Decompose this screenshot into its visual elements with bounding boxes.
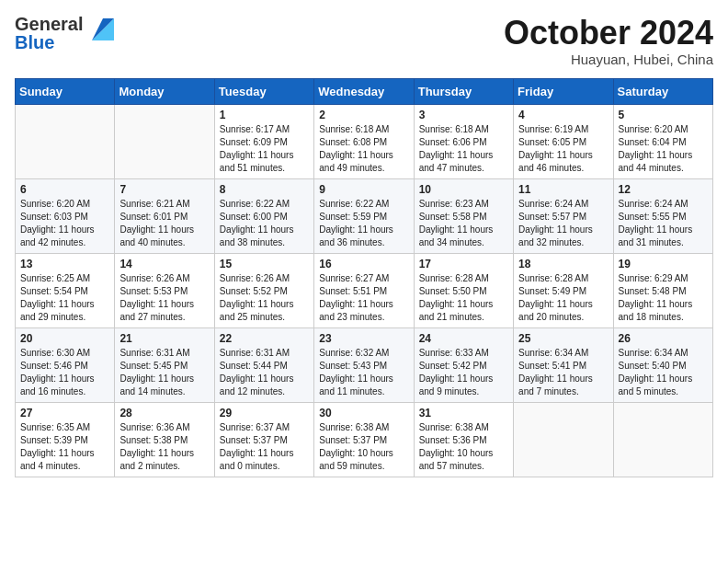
weekday-row: SundayMondayTuesdayWednesdayThursdayFrid… xyxy=(16,78,713,104)
day-number: 14 xyxy=(119,258,209,270)
calendar-header: SundayMondayTuesdayWednesdayThursdayFrid… xyxy=(16,78,713,104)
calendar-cell: 12Sunrise: 6:24 AMSunset: 5:55 PMDayligh… xyxy=(613,178,712,253)
calendar-cell: 24Sunrise: 6:33 AMSunset: 5:42 PMDayligh… xyxy=(414,327,513,402)
cell-info: Sunrise: 6:22 AMSunset: 6:00 PMDaylight:… xyxy=(220,198,309,249)
day-number: 26 xyxy=(619,332,708,345)
day-number: 30 xyxy=(319,407,408,419)
day-number: 17 xyxy=(419,258,508,270)
day-number: 23 xyxy=(319,332,408,345)
cell-info: Sunrise: 6:29 AMSunset: 5:48 PMDaylight:… xyxy=(619,272,708,324)
cell-info: Sunrise: 6:28 AMSunset: 5:50 PMDaylight:… xyxy=(419,272,508,324)
cell-info: Sunrise: 6:18 AMSunset: 6:08 PMDaylight:… xyxy=(319,123,408,175)
calendar-cell: 14Sunrise: 6:26 AMSunset: 5:53 PMDayligh… xyxy=(115,253,214,327)
day-number: 20 xyxy=(20,332,109,345)
day-number: 8 xyxy=(220,183,309,196)
cell-info: Sunrise: 6:24 AMSunset: 5:57 PMDaylight:… xyxy=(518,198,608,249)
calendar-table: SundayMondayTuesdayWednesdayThursdayFrid… xyxy=(15,78,713,477)
cell-info: Sunrise: 6:22 AMSunset: 5:59 PMDaylight:… xyxy=(319,198,408,249)
cell-info: Sunrise: 6:28 AMSunset: 5:49 PMDaylight:… xyxy=(518,272,608,324)
cell-info: Sunrise: 6:24 AMSunset: 5:55 PMDaylight:… xyxy=(619,198,708,249)
calendar-cell: 4Sunrise: 6:19 AMSunset: 6:05 PMDaylight… xyxy=(514,104,613,178)
cell-info: Sunrise: 6:20 AMSunset: 6:03 PMDaylight:… xyxy=(20,198,109,249)
cell-info: Sunrise: 6:23 AMSunset: 5:58 PMDaylight:… xyxy=(419,198,508,249)
calendar-week-5: 27Sunrise: 6:35 AMSunset: 5:39 PMDayligh… xyxy=(16,402,713,477)
day-number: 16 xyxy=(319,258,408,270)
calendar-cell: 19Sunrise: 6:29 AMSunset: 5:48 PMDayligh… xyxy=(613,253,712,327)
cell-info: Sunrise: 6:38 AMSunset: 5:36 PMDaylight:… xyxy=(419,421,508,473)
cell-info: Sunrise: 6:18 AMSunset: 6:06 PMDaylight:… xyxy=(419,123,508,175)
cell-info: Sunrise: 6:21 AMSunset: 6:01 PMDaylight:… xyxy=(119,198,209,249)
calendar-cell: 10Sunrise: 6:23 AMSunset: 5:58 PMDayligh… xyxy=(414,178,513,253)
calendar-body: 1Sunrise: 6:17 AMSunset: 6:09 PMDaylight… xyxy=(16,104,713,477)
day-number: 25 xyxy=(518,332,608,345)
cell-info: Sunrise: 6:32 AMSunset: 5:43 PMDaylight:… xyxy=(319,347,408,398)
cell-info: Sunrise: 6:26 AMSunset: 5:53 PMDaylight:… xyxy=(119,272,209,324)
month-title: October 2024 xyxy=(504,15,713,52)
calendar-week-2: 6Sunrise: 6:20 AMSunset: 6:03 PMDaylight… xyxy=(16,178,713,253)
day-number: 7 xyxy=(119,183,209,196)
weekday-header-saturday: Saturday xyxy=(613,78,712,104)
calendar-cell xyxy=(115,104,214,178)
cell-info: Sunrise: 6:25 AMSunset: 5:54 PMDaylight:… xyxy=(20,272,109,324)
brand-text: General Blue xyxy=(15,15,83,52)
weekday-header-tuesday: Tuesday xyxy=(214,78,313,104)
brand-general: General xyxy=(15,15,83,33)
cell-info: Sunrise: 6:20 AMSunset: 6:04 PMDaylight:… xyxy=(619,123,708,175)
calendar-cell xyxy=(613,402,712,477)
day-number: 31 xyxy=(419,407,508,419)
cell-info: Sunrise: 6:35 AMSunset: 5:39 PMDaylight:… xyxy=(20,421,109,473)
day-number: 12 xyxy=(619,183,708,196)
logo-icon xyxy=(85,15,114,44)
weekday-header-friday: Friday xyxy=(514,78,613,104)
calendar-cell: 30Sunrise: 6:38 AMSunset: 5:37 PMDayligh… xyxy=(314,402,414,477)
day-number: 29 xyxy=(220,407,309,419)
day-number: 24 xyxy=(419,332,508,345)
calendar-week-3: 13Sunrise: 6:25 AMSunset: 5:54 PMDayligh… xyxy=(16,253,713,327)
cell-info: Sunrise: 6:34 AMSunset: 5:40 PMDaylight:… xyxy=(619,347,708,398)
page-header: General Blue October 2024 Huayuan, Hubei… xyxy=(15,15,713,67)
cell-info: Sunrise: 6:19 AMSunset: 6:05 PMDaylight:… xyxy=(518,123,608,175)
calendar-cell: 9Sunrise: 6:22 AMSunset: 5:59 PMDaylight… xyxy=(314,178,414,253)
cell-info: Sunrise: 6:34 AMSunset: 5:41 PMDaylight:… xyxy=(518,347,608,398)
day-number: 11 xyxy=(518,183,608,196)
calendar-cell: 25Sunrise: 6:34 AMSunset: 5:41 PMDayligh… xyxy=(514,327,613,402)
cell-info: Sunrise: 6:26 AMSunset: 5:52 PMDaylight:… xyxy=(220,272,309,324)
day-number: 21 xyxy=(119,332,209,345)
calendar-cell: 8Sunrise: 6:22 AMSunset: 6:00 PMDaylight… xyxy=(214,178,313,253)
calendar-cell: 7Sunrise: 6:21 AMSunset: 6:01 PMDaylight… xyxy=(115,178,214,253)
day-number: 13 xyxy=(20,258,109,270)
day-number: 2 xyxy=(319,109,408,121)
calendar-cell: 29Sunrise: 6:37 AMSunset: 5:37 PMDayligh… xyxy=(214,402,313,477)
cell-info: Sunrise: 6:37 AMSunset: 5:37 PMDaylight:… xyxy=(220,421,309,473)
day-number: 10 xyxy=(419,183,508,196)
title-block: October 2024 Huayuan, Hubei, China xyxy=(504,15,713,67)
day-number: 9 xyxy=(319,183,408,196)
day-number: 19 xyxy=(619,258,708,270)
calendar-week-4: 20Sunrise: 6:30 AMSunset: 5:46 PMDayligh… xyxy=(16,327,713,402)
calendar-cell: 18Sunrise: 6:28 AMSunset: 5:49 PMDayligh… xyxy=(514,253,613,327)
calendar-cell: 21Sunrise: 6:31 AMSunset: 5:45 PMDayligh… xyxy=(115,327,214,402)
day-number: 1 xyxy=(220,109,309,121)
calendar-cell: 16Sunrise: 6:27 AMSunset: 5:51 PMDayligh… xyxy=(314,253,414,327)
day-number: 28 xyxy=(119,407,209,419)
calendar-cell xyxy=(16,104,115,178)
cell-info: Sunrise: 6:30 AMSunset: 5:46 PMDaylight:… xyxy=(20,347,109,398)
brand-blue: Blue xyxy=(15,33,83,52)
cell-info: Sunrise: 6:33 AMSunset: 5:42 PMDaylight:… xyxy=(419,347,508,398)
weekday-header-thursday: Thursday xyxy=(414,78,513,104)
calendar-cell: 13Sunrise: 6:25 AMSunset: 5:54 PMDayligh… xyxy=(16,253,115,327)
calendar-cell: 17Sunrise: 6:28 AMSunset: 5:50 PMDayligh… xyxy=(414,253,513,327)
calendar-cell xyxy=(514,402,613,477)
calendar-week-1: 1Sunrise: 6:17 AMSunset: 6:09 PMDaylight… xyxy=(16,104,713,178)
weekday-header-sunday: Sunday xyxy=(16,78,115,104)
day-number: 27 xyxy=(20,407,109,419)
cell-info: Sunrise: 6:31 AMSunset: 5:44 PMDaylight:… xyxy=(220,347,309,398)
calendar-cell: 6Sunrise: 6:20 AMSunset: 6:03 PMDaylight… xyxy=(16,178,115,253)
calendar-cell: 11Sunrise: 6:24 AMSunset: 5:57 PMDayligh… xyxy=(514,178,613,253)
cell-info: Sunrise: 6:31 AMSunset: 5:45 PMDaylight:… xyxy=(119,347,209,398)
cell-info: Sunrise: 6:38 AMSunset: 5:37 PMDaylight:… xyxy=(319,421,408,473)
calendar-cell: 31Sunrise: 6:38 AMSunset: 5:36 PMDayligh… xyxy=(414,402,513,477)
calendar-cell: 1Sunrise: 6:17 AMSunset: 6:09 PMDaylight… xyxy=(214,104,313,178)
cell-info: Sunrise: 6:17 AMSunset: 6:09 PMDaylight:… xyxy=(220,123,309,175)
calendar-cell: 2Sunrise: 6:18 AMSunset: 6:08 PMDaylight… xyxy=(314,104,414,178)
